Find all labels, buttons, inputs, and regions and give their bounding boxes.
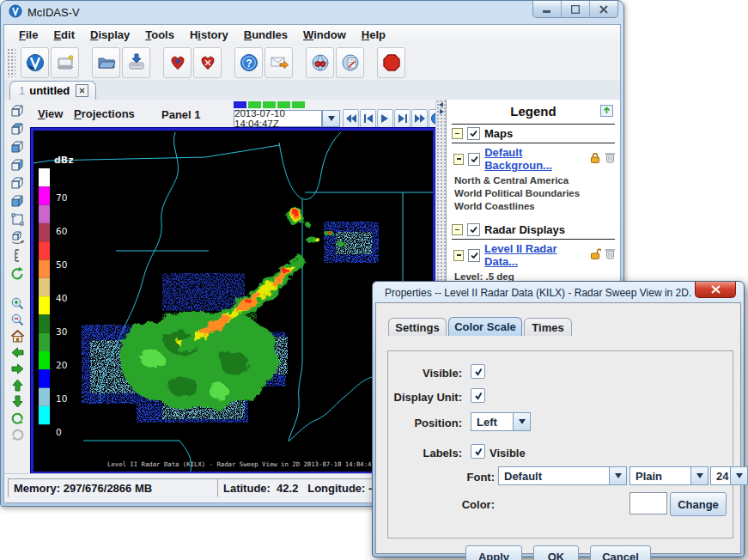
remove-layer-icon[interactable] [605, 152, 615, 166]
ok-button[interactable]: OK [533, 545, 579, 560]
tab-times[interactable]: Times [524, 318, 572, 336]
redo-icon[interactable] [9, 425, 26, 441]
font-size-combobox[interactable]: 24 [710, 466, 748, 485]
vertical-range-icon[interactable] [9, 247, 26, 264]
time-dropdown-icon[interactable] [322, 110, 340, 127]
tab-settings[interactable]: Settings [388, 318, 447, 336]
position-combobox[interactable]: Left [471, 412, 531, 431]
color-label: Color: [431, 498, 495, 511]
open-bundle-icon[interactable] [92, 47, 120, 78]
zoom-in-icon[interactable] [9, 295, 26, 312]
change-color-button[interactable]: Change [670, 492, 727, 516]
mcidas-logo-icon[interactable] [21, 47, 49, 78]
labels-label: Labels: [397, 447, 462, 460]
close-window-icon[interactable] [590, 1, 617, 17]
color-swatch[interactable] [629, 492, 667, 514]
tab-close-icon[interactable] [76, 84, 88, 97]
time-step-selected [234, 101, 246, 108]
collapse-icon[interactable] [453, 250, 464, 261]
maps-visible-checkbox[interactable] [467, 127, 480, 140]
anim-last-icon[interactable] [411, 109, 428, 128]
cancel-button[interactable]: Cancel [590, 545, 651, 560]
tab-label: untitled [29, 84, 70, 97]
properties-dialog: Properties -- Level II Radar Data (KILX)… [372, 281, 745, 557]
lock-closed-icon[interactable] [589, 152, 601, 167]
solid-cube-icon[interactable] [9, 175, 26, 192]
pan-left-icon[interactable] [9, 344, 26, 361]
menu-display[interactable]: Display [82, 27, 137, 43]
box-outline-icon[interactable] [9, 211, 26, 228]
support-request-icon[interactable] [265, 47, 293, 78]
menu-help[interactable]: Help [354, 27, 393, 43]
data-explorer-icon[interactable] [336, 47, 364, 78]
perspective-view-icon[interactable] [9, 103, 26, 119]
menu-history[interactable]: History [182, 27, 236, 43]
pan-up-icon[interactable] [9, 377, 26, 393]
remove-layer-icon[interactable] [605, 248, 615, 262]
split-view-icon[interactable] [9, 193, 26, 210]
map-layer-label: World Political Boundaries [454, 187, 615, 200]
dialog-body: Settings Color Scale Times Visible: Disp… [375, 302, 741, 554]
layer-visible-checkbox[interactable] [468, 249, 480, 262]
toolbar-drag-handle[interactable] [7, 48, 15, 77]
top-view-icon[interactable] [9, 121, 26, 137]
window-controls [532, 1, 618, 18]
cancel-loads-icon[interactable] [377, 47, 405, 78]
radar-echo-north-cell [288, 207, 309, 226]
menu-bundles[interactable]: Bundles [236, 27, 295, 43]
svg-text:70: 70 [56, 192, 67, 203]
tab-color-scale[interactable]: Color Scale [448, 317, 522, 336]
anim-play-icon[interactable] [377, 109, 393, 128]
menu-edit[interactable]: Edit [46, 27, 82, 43]
splitter-collapse-icons[interactable] [438, 101, 445, 115]
font-family-combobox[interactable]: Default [498, 466, 627, 485]
show-dashboard-icon[interactable] [306, 47, 334, 78]
anim-first-icon[interactable] [343, 109, 359, 128]
auto-rotate-icon[interactable] [9, 265, 26, 282]
lock-open-icon[interactable] [589, 248, 601, 263]
radar-visible-checkbox[interactable] [467, 223, 480, 236]
labels-visible-checkbox[interactable] [471, 444, 485, 459]
collapse-icon[interactable] [452, 224, 463, 235]
side-view-icon[interactable] [9, 157, 26, 173]
float-legend-icon[interactable] [600, 105, 613, 119]
tab-untitled[interactable]: 1 untitled [9, 81, 96, 100]
pan-down-icon[interactable] [9, 393, 26, 410]
display-unit-checkbox[interactable] [471, 388, 485, 403]
chevron-down-icon [513, 413, 530, 430]
legend-group-maps: Maps [452, 127, 615, 140]
front-view-icon[interactable] [9, 139, 26, 155]
favorites-bundle-icon[interactable] [163, 47, 192, 78]
view-menu[interactable]: View [38, 107, 63, 120]
undo-icon[interactable] [9, 409, 26, 425]
anim-step-back-icon[interactable] [360, 109, 376, 128]
zoom-out-icon[interactable] [9, 312, 26, 328]
collapse-icon[interactable] [453, 154, 464, 165]
menu-tools[interactable]: Tools [137, 27, 182, 43]
save-bundle-icon[interactable] [122, 47, 150, 78]
projections-menu[interactable]: Projections [74, 107, 135, 120]
new-display-icon[interactable] [51, 47, 79, 78]
menu-window[interactable]: Window [295, 27, 354, 43]
help-icon[interactable]: ? [234, 47, 263, 78]
default-background-link[interactable]: Default Backgroun... [484, 146, 585, 172]
font-style-combobox[interactable]: Plain [629, 466, 708, 485]
pan-right-icon[interactable] [9, 361, 26, 377]
maximize-button[interactable] [562, 1, 590, 17]
menu-file[interactable]: File [11, 27, 46, 43]
dialog-close-icon[interactable] [695, 282, 736, 298]
anim-step-forward-icon[interactable] [394, 109, 410, 128]
titlebar[interactable]: McIDAS-V [1, 1, 623, 24]
level2-radar-link[interactable]: Level II Radar Data... [484, 242, 585, 268]
rotate-view-icon[interactable] [9, 229, 26, 246]
home-view-icon[interactable] [9, 328, 26, 344]
layer-visible-checkbox[interactable] [468, 153, 480, 166]
manage-favorites-icon[interactable] [193, 47, 222, 78]
time-display[interactable]: 2013-07-10 14:04:47Z [234, 110, 322, 127]
visible-checkbox[interactable] [471, 364, 485, 379]
collapse-icon[interactable] [452, 128, 463, 139]
minimize-button[interactable] [533, 1, 562, 17]
dialog-titlebar[interactable]: Properties -- Level II Radar Data (KILX)… [380, 285, 692, 301]
chevron-down-icon [609, 467, 626, 484]
apply-button[interactable]: Apply [465, 545, 522, 560]
